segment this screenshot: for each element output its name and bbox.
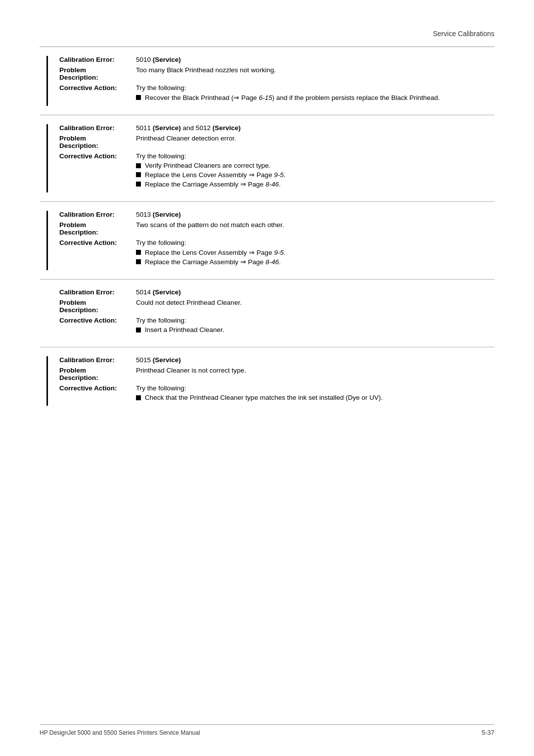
bullet-text: Replace the Lens Cover Assembly ⇒ Page 9… [145,248,285,256]
problem-value-5010: Too many Black Printhead nozzles not wor… [136,66,494,74]
left-bar-5011 [40,124,54,192]
bullet-item: Insert a Printhead Cleaner. [136,326,494,333]
problem-row-5015: ProblemDescription: Printhead Cleaner is… [59,367,494,381]
corrective-intro-5011: Try the following: [136,152,494,160]
corrective-intro-5010: Try the following: [136,84,494,92]
problem-value-5011: Printhead Cleaner detection error. [136,135,494,142]
bullet-icon [136,395,141,400]
bar-line-5015 [46,356,48,406]
entry-5015: Calibration Error: 5015 (Service) Proble… [40,347,494,415]
bullet-icon [136,95,141,100]
bullet-text: Verify Printhead Cleaners are correct ty… [145,162,270,169]
header-title: Service Calibrations [433,30,495,38]
bullet-icon [136,172,141,177]
calibration-error-label-5011: Calibration Error: [59,124,136,132]
bar-line-5010 [46,56,48,106]
corrective-value-5011: Try the following: Verify Printhead Clea… [136,152,494,189]
corrective-value-5015: Try the following: Check that the Printh… [136,384,494,403]
content-5011: Calibration Error: 5011 (Service) and 50… [54,124,494,192]
corrective-intro-5013: Try the following: [136,239,494,246]
calibration-error-row-5014: Calibration Error: 5014 (Service) [59,288,494,296]
corrective-row-5014: Corrective Action: Try the following: In… [59,317,494,335]
content-5014: Calibration Error: 5014 (Service) Proble… [54,288,494,338]
problem-row-5013: ProblemDescription: Two scans of the pat… [59,221,494,236]
calibration-error-row-5015: Calibration Error: 5015 (Service) [59,356,494,364]
problem-label-5015: ProblemDescription: [59,367,136,381]
corrective-value-5013: Try the following: Replace the Lens Cove… [136,239,494,267]
bullet-icon [136,163,141,168]
corrective-intro-5015: Try the following: [136,384,494,392]
left-bar-5015 [40,356,54,406]
entry-5014: Calibration Error: 5014 (Service) Proble… [40,280,494,347]
calibration-error-row-5010: Calibration Error: 5010 (Service) [59,56,494,63]
page-header: Service Calibrations [40,30,494,38]
bullet-list-5011: Verify Printhead Cleaners are correct ty… [136,162,494,188]
problem-label-5011: ProblemDescription: [59,135,136,149]
corrective-value-5014: Try the following: Insert a Printhead Cl… [136,317,494,335]
problem-label-5013: ProblemDescription: [59,221,136,236]
bullet-icon [136,328,141,332]
problem-label-5010: ProblemDescription: [59,66,136,81]
content-5013: Calibration Error: 5013 (Service) Proble… [54,211,494,270]
bar-line-5013 [46,211,48,270]
problem-row-5010: ProblemDescription: Too many Black Print… [59,66,494,81]
corrective-label-5013: Corrective Action: [59,239,136,246]
left-bar-5014 [40,288,54,338]
bullet-icon [136,259,141,264]
calibration-error-row-5011: Calibration Error: 5011 (Service) and 50… [59,124,494,132]
left-bar-5013 [40,211,54,270]
bullet-icon [136,250,141,255]
corrective-label-5014: Corrective Action: [59,317,136,324]
page: Service Calibrations Calibration Error: … [0,0,534,756]
bullet-text: Replace the Carriage Assembly ⇒ Page 8-4… [145,180,281,188]
problem-row-5011: ProblemDescription: Printhead Cleaner de… [59,135,494,149]
problem-value-5013: Two scans of the pattern do not match ea… [136,221,494,229]
calibration-error-value-5015: 5015 (Service) [136,356,494,364]
calibration-error-label-5010: Calibration Error: [59,56,136,63]
bullet-item: Replace the Carriage Assembly ⇒ Page 8-4… [136,180,494,188]
bullet-icon [136,182,141,187]
content-5015: Calibration Error: 5015 (Service) Proble… [54,356,494,406]
problem-value-5014: Could not detect Printhead Cleaner. [136,299,494,306]
bullet-item: Recover the Black Printhead (⇒ Page 6-15… [136,94,494,101]
entry-5013: Calibration Error: 5013 (Service) Proble… [40,202,494,280]
bullet-list-5015: Check that the Printhead Cleaner type ma… [136,394,494,401]
footer-left: HP DesignJet 5000 and 5500 Series Printe… [40,729,200,736]
bullet-item: Replace the Lens Cover Assembly ⇒ Page 9… [136,171,494,179]
corrective-label-5011: Corrective Action: [59,152,136,160]
calibration-error-value-5013: 5013 (Service) [136,211,494,218]
calibration-error-value-5010: 5010 (Service) [136,56,494,63]
calibration-error-value-5014: 5014 (Service) [136,288,494,296]
problem-row-5014: ProblemDescription: Could not detect Pri… [59,299,494,314]
footer-right: 5-37 [482,729,494,736]
bullet-text: Insert a Printhead Cleaner. [145,326,224,333]
calibration-error-label-5013: Calibration Error: [59,211,136,218]
page-footer: HP DesignJet 5000 and 5500 Series Printe… [40,724,494,736]
calibration-error-row-5013: Calibration Error: 5013 (Service) [59,211,494,218]
corrective-intro-5014: Try the following: [136,317,494,324]
bullet-item: Replace the Carriage Assembly ⇒ Page 8-4… [136,258,494,266]
calibration-error-label-5015: Calibration Error: [59,356,136,364]
problem-label-5014: ProblemDescription: [59,299,136,314]
bullet-list-5014: Insert a Printhead Cleaner. [136,326,494,333]
corrective-value-5010: Try the following: Recover the Black Pri… [136,84,494,103]
corrective-row-5011: Corrective Action: Try the following: Ve… [59,152,494,189]
left-bar-5010 [40,56,54,106]
bullet-text: Replace the Lens Cover Assembly ⇒ Page 9… [145,171,285,179]
corrective-label-5015: Corrective Action: [59,384,136,392]
corrective-row-5013: Corrective Action: Try the following: Re… [59,239,494,267]
bullet-list-5010: Recover the Black Printhead (⇒ Page 6-15… [136,94,494,101]
corrective-label-5010: Corrective Action: [59,84,136,92]
bullet-item: Replace the Lens Cover Assembly ⇒ Page 9… [136,248,494,256]
bullet-list-5013: Replace the Lens Cover Assembly ⇒ Page 9… [136,248,494,266]
bullet-text: Check that the Printhead Cleaner type ma… [145,394,383,401]
entry-5011: Calibration Error: 5011 (Service) and 50… [40,115,494,202]
problem-value-5015: Printhead Cleaner is not correct type. [136,367,494,374]
calibration-error-value-5011: 5011 (Service) and 5012 (Service) [136,124,494,132]
bar-line-5011 [46,124,48,192]
corrective-row-5010: Corrective Action: Try the following: Re… [59,84,494,103]
bullet-item: Check that the Printhead Cleaner type ma… [136,394,494,401]
entry-5010: Calibration Error: 5010 (Service) Proble… [40,47,494,115]
bullet-item: Verify Printhead Cleaners are correct ty… [136,162,494,169]
content-5010: Calibration Error: 5010 (Service) Proble… [54,56,494,106]
